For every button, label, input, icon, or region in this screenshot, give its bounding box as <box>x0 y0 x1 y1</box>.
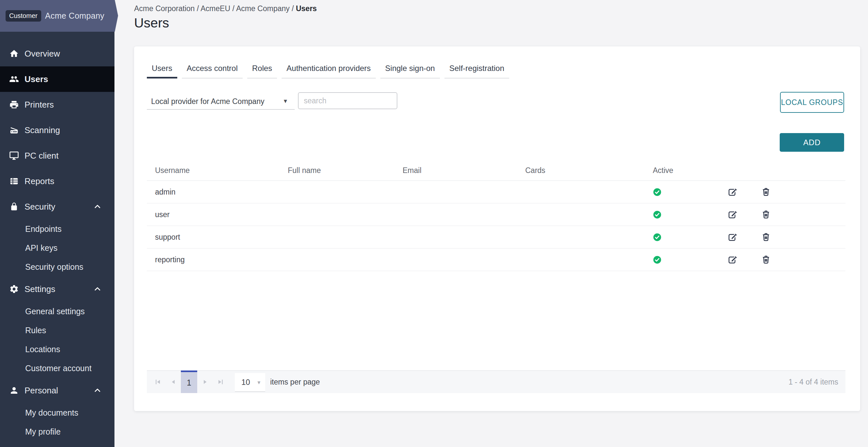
last-page-icon <box>217 378 224 386</box>
sidebar-item-settings[interactable]: Settings <box>0 276 115 302</box>
sidebar-item-my-profile[interactable]: My profile <box>0 422 115 441</box>
sidebar-item-label: Security <box>25 202 55 212</box>
column-header-cards[interactable]: Cards <box>525 166 653 175</box>
chevron-down-icon: ▼ <box>256 380 261 385</box>
sidebar-item-scanning[interactable]: Scanning <box>0 117 115 143</box>
search-input[interactable] <box>298 92 397 109</box>
table-row[interactable]: admin <box>147 181 845 203</box>
page-number-button[interactable]: 1 <box>181 371 197 393</box>
column-header-username[interactable]: Username <box>147 166 288 175</box>
last-page-button[interactable] <box>213 371 228 393</box>
users-table: UsernameFull nameEmailCardsActive adminu… <box>147 160 845 271</box>
sidebar: OverviewUsersPrintersScanningPC clientRe… <box>0 0 115 447</box>
add-user-button[interactable]: ADD <box>780 133 844 152</box>
cell-username: reporting <box>147 255 288 264</box>
breadcrumb-segment[interactable]: Acme Corporation <box>134 4 195 13</box>
previous-page-icon <box>169 378 177 386</box>
delete-user-button[interactable] <box>761 232 771 242</box>
breadcrumb[interactable]: Acme Corporation / AcmeEU / Acme Company… <box>134 4 317 13</box>
edit-icon <box>728 187 738 197</box>
tab-roles[interactable]: Roles <box>247 64 277 78</box>
sidebar-item-label: General settings <box>25 307 85 316</box>
delete-user-button[interactable] <box>761 210 771 219</box>
edit-icon <box>728 232 738 242</box>
table-row[interactable]: reporting <box>147 249 845 271</box>
delete-user-button[interactable] <box>761 255 771 264</box>
breadcrumb-current: Users <box>296 4 317 13</box>
chevron-up-icon[interactable] <box>93 386 102 395</box>
delete-user-button[interactable] <box>761 187 771 197</box>
local-groups-button[interactable]: LOCAL GROUPS <box>780 92 844 113</box>
sidebar-item-reports[interactable]: Reports <box>0 168 115 194</box>
tab-self-registration[interactable]: Self-registration <box>444 64 509 78</box>
sidebar-item-users[interactable]: Users <box>0 66 115 92</box>
gear-icon <box>9 284 19 294</box>
chevron-up-icon[interactable] <box>93 285 102 294</box>
column-header-active[interactable]: Active <box>653 166 718 175</box>
sidebar-item-security-options[interactable]: Security options <box>0 257 115 276</box>
sidebar-item-rules[interactable]: Rules <box>0 321 115 340</box>
sidebar-item-endpoints[interactable]: Endpoints <box>0 219 115 238</box>
next-page-icon <box>201 378 209 386</box>
sidebar-item-label: PC client <box>25 151 59 161</box>
chevron-up-icon[interactable] <box>93 202 102 211</box>
auth-provider-select[interactable]: Local provider for Acme Company ▼ <box>147 95 295 109</box>
column-header-email[interactable]: Email <box>403 166 525 175</box>
sidebar-item-label: Scanning <box>25 125 60 135</box>
table-header-row: UsernameFull nameEmailCardsActive <box>147 160 845 181</box>
column-header-full-name[interactable]: Full name <box>288 166 403 175</box>
sidebar-item-general-settings[interactable]: General settings <box>0 302 115 321</box>
tab-access-control[interactable]: Access control <box>182 64 243 78</box>
sidebar-item-label: API keys <box>25 243 58 253</box>
lock-icon <box>9 202 19 212</box>
sidebar-item-api-keys[interactable]: API keys <box>0 238 115 257</box>
cell-username: admin <box>147 188 288 196</box>
page-size-select[interactable]: 10 ▼ <box>235 373 265 392</box>
row-actions <box>718 210 845 219</box>
sidebar-item-label: Overview <box>25 49 60 59</box>
table-row[interactable]: user <box>147 203 845 226</box>
sidebar-item-label: My profile <box>25 427 61 437</box>
items-per-page-label: items per page <box>270 378 320 386</box>
sidebar-item-label: Reports <box>25 176 54 186</box>
edit-user-button[interactable] <box>728 210 738 219</box>
sidebar-item-my-documents[interactable]: My documents <box>0 403 115 422</box>
breadcrumb-segment[interactable]: Acme Company <box>236 4 290 13</box>
sidebar-item-customer-account[interactable]: Customer account <box>0 359 115 378</box>
sidebar-item-overview[interactable]: Overview <box>0 41 115 66</box>
sidebar-item-personal[interactable]: Personal <box>0 378 115 403</box>
tab-single-sign-on[interactable]: Single sign-on <box>380 64 440 78</box>
row-actions <box>718 232 845 242</box>
table-row[interactable]: support <box>147 226 845 249</box>
first-page-button[interactable] <box>150 371 165 393</box>
sidebar-item-label: Security options <box>25 262 84 272</box>
active-check-icon <box>653 233 662 242</box>
sidebar-item-security[interactable]: Security <box>0 194 115 219</box>
users-icon <box>9 74 19 84</box>
pagination-bar: 1 10 ▼ items per page 1 - 4 of 4 items <box>147 371 845 393</box>
scanner-icon <box>9 125 19 135</box>
tab-users[interactable]: Users <box>147 64 177 78</box>
users-card: UsersAccess controlRolesAuthentication p… <box>134 46 860 411</box>
edit-user-button[interactable] <box>728 255 738 264</box>
printer-icon <box>9 100 19 109</box>
breadcrumb-segment[interactable]: AcmeEU <box>200 4 230 13</box>
sidebar-item-pc-client[interactable]: PC client <box>0 143 115 168</box>
previous-page-button[interactable] <box>165 371 181 393</box>
sidebar-item-label: Users <box>25 74 48 84</box>
edit-user-button[interactable] <box>728 232 738 242</box>
home-icon <box>9 49 19 59</box>
cell-username: support <box>147 233 288 242</box>
edit-icon <box>728 210 738 219</box>
customer-badge: Customer <box>6 10 41 22</box>
monitor-icon <box>9 151 19 161</box>
sidebar-item-label: Personal <box>25 386 58 396</box>
delete-icon <box>761 187 771 197</box>
sidebar-item-label: Printers <box>25 100 54 110</box>
tab-authentication-providers[interactable]: Authentication providers <box>282 64 375 78</box>
sidebar-item-label: Locations <box>25 345 60 354</box>
next-page-button[interactable] <box>197 371 213 393</box>
edit-user-button[interactable] <box>728 187 738 197</box>
sidebar-item-printers[interactable]: Printers <box>0 92 115 117</box>
sidebar-item-locations[interactable]: Locations <box>0 340 115 359</box>
